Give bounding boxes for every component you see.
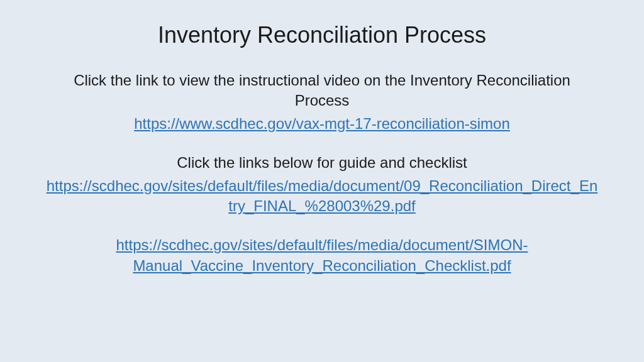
checklist-link[interactable]: https://scdhec.gov/sites/default/files/m… bbox=[45, 235, 599, 276]
guide-link[interactable]: https://scdhec.gov/sites/default/files/m… bbox=[45, 176, 599, 217]
intro-text-1: Click the link to view the instructional… bbox=[45, 70, 599, 111]
video-link[interactable]: https://www.scdhec.gov/vax-mgt-17-reconc… bbox=[134, 114, 510, 134]
intro-text-2: Click the links below for guide and chec… bbox=[177, 153, 467, 173]
slide-title: Inventory Reconciliation Process bbox=[158, 22, 486, 48]
